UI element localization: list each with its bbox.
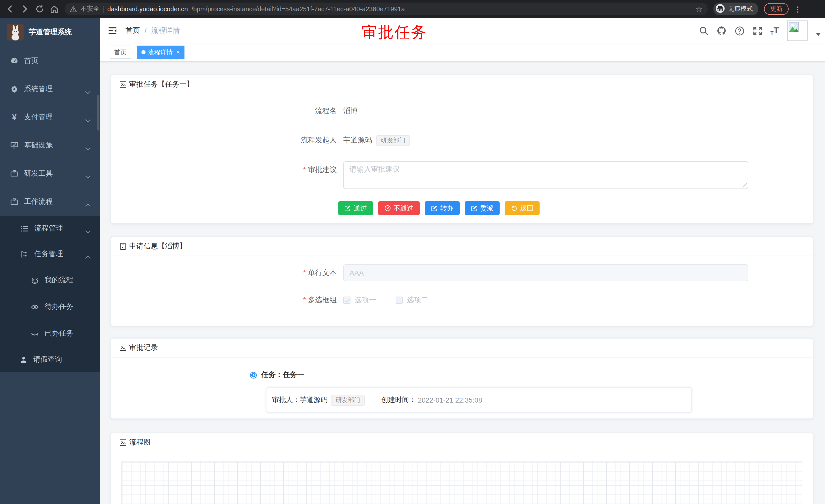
sidebar-item-task-management[interactable]: 任务管理 (0, 241, 100, 267)
sidebar-item-label: 待办任务 (45, 302, 73, 312)
field-label: *审批建议 (111, 165, 336, 175)
sidebar-item-dev-tools[interactable]: 研发工具 (0, 159, 100, 187)
sidebar-item-todo-tasks[interactable]: 待办任务 (0, 293, 100, 320)
approver-value: 芋道源码 (300, 396, 327, 405)
created-time-value: 2022-01-21 22:35:08 (418, 396, 482, 404)
chrome-update-button[interactable]: 更新 (764, 3, 789, 15)
sidebar-item-process-management[interactable]: 流程管理 (0, 216, 100, 241)
tab-process-detail[interactable]: 流程详情 × (137, 46, 184, 59)
toolbox-icon (10, 197, 18, 205)
checkbox-label: 选项二 (407, 296, 428, 305)
created-time-label: 创建时间： (381, 396, 416, 405)
avatar-dropdown-caret[interactable] (816, 33, 821, 36)
field-label: *多选框组 (111, 296, 336, 305)
bpmn-canvas[interactable] (122, 461, 803, 504)
card-header: 申请信息【滔博】 (111, 237, 813, 256)
sidebar-item-done-tasks[interactable]: 已办任务 (0, 320, 100, 347)
tab-home[interactable]: 首页 (110, 46, 131, 59)
bookmark-star-icon[interactable]: ☆ (696, 4, 702, 14)
approve-task-card: 审批任务【任务一】 流程名 滔博 流程发起人 芋道源码 研发部门 (111, 75, 813, 224)
app-logo-row[interactable]: 芋道管理系统 (0, 18, 100, 47)
edit-icon (344, 205, 351, 212)
process-diagram-card: 流程图 (111, 433, 813, 504)
required-asterisk: * (303, 296, 306, 304)
checkbox-label: 选项一 (355, 296, 376, 305)
font-size-icon[interactable]: TT (770, 26, 779, 36)
resize-grip-icon[interactable] (742, 183, 747, 187)
chevron-up-icon (85, 200, 91, 208)
breadcrumb-current: 流程详情 (151, 26, 180, 35)
avatar[interactable] (787, 20, 808, 41)
return-button[interactable]: 退回 (505, 201, 540, 215)
card-title: 审批记录 (129, 343, 158, 352)
list-icon (20, 224, 29, 233)
dept-tag: 研发部门 (376, 135, 410, 146)
sidebar-item-label: 任务管理 (34, 249, 63, 259)
help-icon[interactable] (735, 26, 744, 35)
edit-icon (471, 205, 477, 212)
home-icon[interactable] (50, 4, 59, 14)
toolbox-icon (10, 169, 18, 177)
forward-icon[interactable] (20, 4, 29, 14)
sidebar-item-payment[interactable]: ¥ 支付管理 (0, 103, 100, 131)
active-tab-dot (141, 50, 146, 54)
collapse-sidebar-icon[interactable] (107, 26, 117, 35)
sidebar-item-my-process[interactable]: 我的流程 (0, 267, 100, 293)
github-icon[interactable] (717, 26, 726, 35)
sidebar-scrollbar[interactable] (97, 95, 99, 131)
approval-record-card: 审批记录 任务：任务一 审批人： 芋道源码 研发部门 创建时间： 2022-01… (111, 338, 813, 419)
back-icon[interactable] (5, 4, 14, 14)
sidebar-item-label: 流程管理 (34, 224, 63, 233)
circle-x-icon (384, 205, 391, 212)
top-navbar: 首页 / 流程详情 审批任务 (100, 18, 825, 44)
apply-info-card: 申请信息【滔博】 *单行文本 *多选框组 选项一 选项二 (111, 237, 813, 326)
workflow-submenu: 流程管理 任务管理 我的流程 (0, 216, 100, 372)
security-label: 不安全 (80, 5, 100, 13)
sidebar-item-workflow[interactable]: 工作流程 (0, 187, 100, 216)
edit-icon (431, 205, 438, 212)
browser-toolbar: 不安全 dashboard.yudao.iocoder.cn /bpm/proc… (0, 0, 825, 18)
chevron-down-icon (85, 87, 91, 95)
app-title: 芋道管理系统 (29, 28, 72, 37)
broken-image-icon (789, 22, 799, 32)
sidebar-item-system[interactable]: 系统管理 (0, 75, 100, 103)
sidebar-item-label: 基础设施 (24, 141, 53, 150)
sidebar-item-home[interactable]: 首页 (0, 47, 100, 75)
document-icon (120, 243, 127, 250)
browser-menu-icon[interactable]: ⋮ (794, 5, 802, 13)
approve-button[interactable]: 通过 (338, 201, 373, 215)
sidebar-item-infrastructure[interactable]: 基础设施 (0, 131, 100, 159)
textarea-placeholder: 请输入审批建议 (350, 165, 400, 173)
tags-view: 首页 流程详情 × (100, 44, 825, 62)
timeline-clock-icon (249, 371, 257, 379)
audit-detail-box: 审批人： 芋道源码 研发部门 创建时间： 2022-01-21 22:35:08 (266, 387, 692, 413)
search-icon[interactable] (699, 26, 708, 35)
close-icon[interactable]: × (176, 49, 180, 55)
sidebar-item-label: 工作流程 (24, 197, 53, 206)
reload-icon[interactable] (35, 4, 44, 14)
sidebar-item-leave-query[interactable]: 请假查询 (0, 347, 100, 372)
sidebar-item-label: 支付管理 (24, 112, 53, 121)
field-label: 流程发起人 (111, 136, 336, 145)
fullscreen-icon[interactable] (752, 26, 762, 35)
chevron-down-icon (85, 115, 91, 124)
transfer-button[interactable]: 转办 (425, 201, 460, 215)
gear-icon (10, 85, 18, 93)
required-asterisk: * (303, 165, 306, 174)
delegate-button[interactable]: 委派 (465, 201, 500, 215)
sidebar-item-label: 已办任务 (45, 329, 73, 338)
checkbox-group: 选项一 选项二 (343, 296, 428, 305)
screen: 不安全 dashboard.yudao.iocoder.cn /bpm/proc… (0, 0, 825, 504)
card-title: 申请信息【滔博】 (129, 242, 186, 251)
red-annotation: 审批任务 (362, 22, 427, 43)
reject-button[interactable]: 不通过 (378, 201, 420, 215)
not-secure-warning-icon (70, 5, 77, 12)
dashboard-icon (10, 57, 18, 65)
suggestion-textarea[interactable]: 请输入审批建议 (343, 161, 748, 189)
url-bar[interactable]: 不安全 dashboard.yudao.iocoder.cn /bpm/proc… (65, 3, 708, 15)
yen-icon: ¥ (10, 113, 18, 121)
dept-tag: 研发部门 (331, 395, 365, 405)
breadcrumb-home[interactable]: 首页 (126, 26, 140, 35)
field-label: *单行文本 (111, 268, 336, 277)
incognito-badge: 无痕模式 (713, 3, 758, 15)
